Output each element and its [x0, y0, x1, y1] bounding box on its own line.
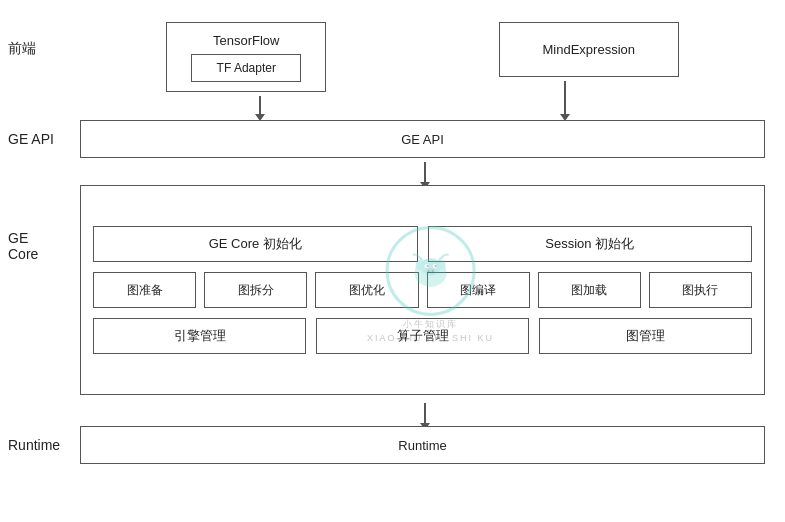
label-qianduan: 前端 — [0, 22, 60, 58]
arrow-tensorflow-down — [255, 96, 265, 121]
tu-jiazai-label: 图加载 — [571, 282, 607, 299]
mind-expression-label: MindExpression — [543, 42, 636, 57]
ge-api-label: GE API — [401, 132, 444, 147]
tf-adapter-label: TF Adapter — [217, 61, 276, 75]
label-ge-api: GE API — [0, 131, 60, 147]
session-init-box: Session 初始化 — [428, 226, 753, 262]
tu-chafen-box: 图拆分 — [204, 272, 307, 308]
runtime-box: Runtime — [80, 426, 765, 464]
tu-bianyi-box: 图编译 — [427, 272, 530, 308]
arrow-mindexpr-down — [560, 81, 570, 121]
ge-core-outer-box: GE Core 初始化 Session 初始化 图准备 图拆分 — [80, 185, 765, 395]
yinqing-guanli-box: 引擎管理 — [93, 318, 306, 354]
mind-expression-box: MindExpression — [499, 22, 679, 77]
suanzi-guanli-label: 算子管理 — [397, 327, 449, 345]
suanzi-guanli-box: 算子管理 — [316, 318, 529, 354]
tu-guanli-box: 图管理 — [539, 318, 752, 354]
tu-guanli-label: 图管理 — [626, 327, 665, 345]
tu-zhunbei-label: 图准备 — [127, 282, 163, 299]
tensorflow-label: TensorFlow — [213, 33, 279, 48]
tensorflow-box: TensorFlow TF Adapter — [166, 22, 326, 92]
label-runtime: Runtime — [0, 437, 60, 453]
tf-adapter-box: TF Adapter — [191, 54, 301, 82]
yinqing-guanli-label: 引擎管理 — [174, 327, 226, 345]
ge-api-box: GE API — [80, 120, 765, 158]
tu-youhua-box: 图优化 — [315, 272, 418, 308]
runtime-label: Runtime — [398, 438, 446, 453]
ge-core-init-label: GE Core 初始化 — [209, 235, 302, 253]
tu-zhunbei-box: 图准备 — [93, 272, 196, 308]
tu-bianyi-label: 图编译 — [460, 282, 496, 299]
tu-zhixing-box: 图执行 — [649, 272, 752, 308]
session-init-label: Session 初始化 — [545, 235, 634, 253]
tu-chafen-label: 图拆分 — [238, 282, 274, 299]
diagram-container: 小牛知识库 XIAO NIU ZHI SHI KU 前端 TensorFlow … — [0, 0, 785, 522]
tu-youhua-label: 图优化 — [349, 282, 385, 299]
tu-zhixing-label: 图执行 — [682, 282, 718, 299]
tu-jiazai-box: 图加载 — [538, 272, 641, 308]
label-ge-core: GE Core — [0, 185, 60, 262]
ge-core-init-box: GE Core 初始化 — [93, 226, 418, 262]
